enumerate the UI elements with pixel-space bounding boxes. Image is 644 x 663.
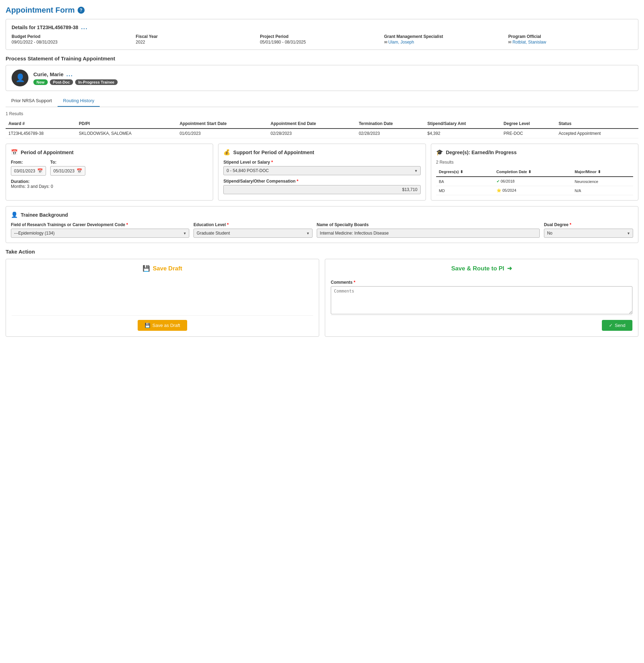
duration-value: Months: 3 and Days: 0 [11,184,53,189]
degrees-results: 2 Results [436,160,633,165]
gms-label: Grant Management Specialist [384,34,508,39]
floppy-icon: 💾 [143,265,150,272]
trainee-name: Curie, Marie [33,71,64,77]
three-col-grid: 📅 Period of Appointment From: 03/01/2023… [6,144,638,201]
calendar-icon: 📅 [11,149,18,156]
save-route-label: Save & Route to PI [451,265,504,272]
duration: Duration: Months: 3 and Days: 0 [11,179,208,189]
routing-history-table: Award # PD/PI Appointment Start Date App… [6,119,638,138]
badge-postdoc: Post-Doc [50,79,73,85]
stipend-select[interactable]: 0 - 54,840 POST-DOC [223,166,420,175]
trainee-card: 👤 Curie, Marie ... New Post-Doc In-Progr… [6,65,638,91]
arrow-right-icon: ➜ [507,265,512,272]
from-date-input[interactable]: 03/01/2023 📅 [11,166,46,176]
save-route-card: Save & Route to PI ➜ Comments * ✓ Send [325,259,638,337]
badge-inprogress: In-Progress Trainee [75,79,118,85]
table-row: 1T23HL456789-38 SKLODOWSKA, SALOMEA 01/0… [6,129,638,138]
to-date-input[interactable]: 05/31/2023 📅 [50,166,85,176]
col-award: Award # [6,119,76,129]
field-select[interactable]: ---Epidemiology (134) [11,229,189,238]
period-title: Period of Appointment [21,150,73,155]
degrees-card: 🎓 Degree(s): Earned/In Progress 2 Result… [431,144,638,201]
help-icon[interactable]: ? [78,7,85,14]
avatar: 👤 [12,70,28,86]
trainee-info: Curie, Marie ... New Post-Doc In-Progres… [33,71,118,85]
deg-col-major: Major/Minor ⬍ [572,168,633,177]
col-degree: Degree Level [501,119,556,129]
po-link[interactable]: Rotblat, Stanislaw [512,40,546,45]
stipend-label: Stipend Level or Salary * [223,160,420,165]
project-period-value: 05/01/1980 - 08/31/2025 [260,40,384,45]
grant-info: Budget Period 09/01/2022 - 08/31/2023 Fi… [12,34,632,45]
send-button[interactable]: ✓ Send [602,320,632,331]
tab-routing-history[interactable]: Routing History [58,95,100,107]
save-route-top-button[interactable]: Save & Route to PI ➜ [451,265,512,272]
degrees-table: Degrees(s) ⬍ Completion Date ⬍ Major/Min… [436,168,633,195]
specialty-input[interactable] [317,229,540,238]
budget-period-label: Budget Period [12,34,136,39]
fiscal-year-label: Fiscal Year [136,34,260,39]
process-statement-title: Process Statement of Training Appointmen… [6,55,638,61]
salary-input[interactable] [223,185,420,194]
salary-label: Stipend/Salary/Other Compensation * [223,179,420,184]
table-row: MD ⭐ 05/2024 N/A [436,186,633,195]
save-draft-top-label: Save Draft [153,265,182,272]
col-status: Status [556,119,638,129]
degree-icon: 🎓 [436,149,443,156]
trainee-bg-title: Trainee Background [21,212,68,218]
to-calendar-icon[interactable]: 📅 [77,168,82,173]
to-date-value: 05/31/2023 [53,169,74,173]
results-count: 1 Results [6,111,638,116]
dual-select[interactable]: No Yes [544,229,633,238]
details-title: Details for 1T23HL456789-38 [12,25,78,30]
from-calendar-icon[interactable]: 📅 [37,168,43,173]
gms-email-icon: ✉ [384,40,387,44]
duration-label: Duration: [11,179,29,184]
take-action-title: Take Action [6,249,638,255]
col-stipend: Stipend/Salary Amt [425,119,501,129]
send-icon: ✓ [609,323,613,328]
deg-col-degree: Degrees(s) ⬍ [436,168,494,177]
trainee-bg-icon: 👤 [11,211,18,218]
fiscal-year-value: 2022 [136,40,260,45]
deg-col-date: Completion Date ⬍ [494,168,572,177]
badge-new: New [33,79,48,85]
trainee-background-card: 👤 Trainee Background Field of Research T… [6,206,638,243]
po-label: Program Official [508,34,632,39]
send-bottom-row: ✓ Send [331,315,632,331]
stipend-select-wrapper: 0 - 54,840 POST-DOC [223,166,420,175]
specialty-label: Name of Specialty Boards [317,222,540,227]
period-of-appointment-card: 📅 Period of Appointment From: 03/01/2023… [6,144,213,201]
routing-history-section: 1 Results Award # PD/PI Appointment Star… [6,111,638,138]
dual-label: Dual Degree * [544,222,633,227]
gms-link[interactable]: Ulam, Joseph [388,40,414,45]
budget-period-value: 09/01/2022 - 08/31/2023 [12,40,136,45]
page-title: Appointment Form ? [6,6,638,15]
save-draft-top-button[interactable]: 💾 Save Draft [143,265,182,272]
trainee-ellipsis[interactable]: ... [66,71,73,78]
col-start: Appointment Start Date [177,119,268,129]
comments-section: Comments * [331,276,632,315]
col-pdpi: PD/PI [76,119,177,129]
save-draft-card: 💾 Save Draft 💾 Save as Draft [6,259,319,337]
details-card: Details for 1T23HL456789-38 ... Budget P… [6,19,638,50]
support-card: 💰 Support for Period of Appointment Stip… [218,144,426,201]
comments-textarea[interactable] [331,286,632,314]
trainee-bg-grid: Field of Research Trainings or Career De… [11,222,633,238]
tabs: Prior NRSA Support Routing History [6,95,638,107]
education-label: Education Level * [193,222,313,227]
details-ellipsis[interactable]: ... [81,24,88,31]
action-grid: 💾 Save Draft 💾 Save as Draft Save & Rout… [6,259,638,337]
degrees-title: Degree(s): Earned/In Progress [446,150,517,155]
col-end: Appointment End Date [268,119,356,129]
save-bottom-icon: 💾 [145,323,150,328]
table-row: BA ✔ 06/2018 Neuroscience [436,177,633,186]
support-title: Support for Period of Appointment [233,150,314,155]
save-draft-bottom-row: 💾 Save as Draft [12,315,313,331]
save-as-draft-button[interactable]: 💾 Save as Draft [138,320,187,331]
support-icon: 💰 [223,149,230,156]
save-as-draft-label: Save as Draft [152,323,180,328]
education-select[interactable]: Graduate Student [193,229,313,238]
tab-prior-nrsa[interactable]: Prior NRSA Support [6,95,58,107]
from-label: From: [11,160,46,165]
